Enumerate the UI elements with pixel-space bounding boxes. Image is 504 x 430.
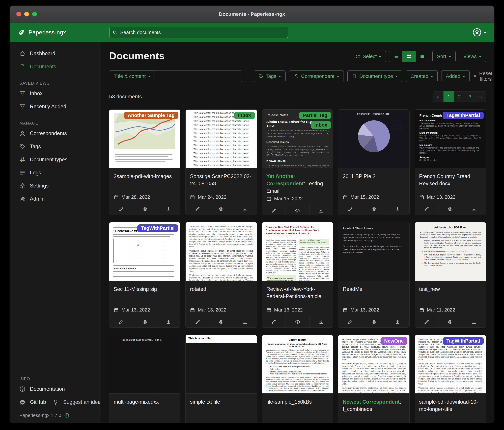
document-thumbnail[interactable]: Patient BP Distribution 2011	[338, 110, 409, 168]
document-card[interactable]: 11. CONTINUING MEDICAL EDUCATIONn/aAttes…	[109, 222, 180, 328]
tag-pill[interactable]: Partial Tag	[299, 112, 331, 119]
document-title[interactable]: sample-pdf-download-10-mb-longer-title	[415, 393, 486, 414]
document-title[interactable]: simple txt file	[186, 393, 257, 407]
view-document-button[interactable]	[362, 316, 386, 327]
document-thumbnail[interactable]: This is a multi page document. Page 1.	[109, 335, 180, 393]
pagination-page-1[interactable]: 1	[443, 91, 454, 102]
document-thumbnail[interactable]: This is a test for the double space char…	[186, 110, 257, 168]
download-document-button[interactable]	[462, 203, 486, 215]
sidebar-item-logs[interactable]: Logs	[10, 166, 100, 179]
edit-document-button[interactable]	[186, 203, 209, 215]
document-correspondent[interactable]: Newest Correspondent	[343, 399, 400, 405]
view-document-button[interactable]	[209, 203, 233, 215]
sort-button[interactable]: Sort	[432, 51, 455, 62]
edit-document-button[interactable]	[338, 316, 362, 327]
view-document-button[interactable]	[209, 316, 233, 327]
sidebar-item-github[interactable]: GitHub	[10, 396, 48, 409]
view-details-button[interactable]	[416, 51, 429, 62]
edit-document-button[interactable]	[262, 316, 286, 327]
document-title[interactable]: Yet Another Correspondent: Testing Email	[262, 168, 333, 196]
document-thumbnail[interactable]: Vestibulum neque massa, scelerisque sit …	[338, 335, 409, 393]
pagination-prev-button[interactable]: «	[433, 91, 444, 102]
download-document-button[interactable]	[309, 205, 333, 215]
document-thumbnail[interactable]: Adobe Acrobat PDF FilesAdobe® Portable D…	[415, 222, 486, 281]
tag-pill[interactable]: NewOne	[381, 337, 407, 345]
sidebar-item-tags[interactable]: Tags	[10, 140, 100, 153]
filter-created-button[interactable]: Created	[406, 71, 438, 82]
edit-document-button[interactable]	[415, 203, 438, 215]
select-button[interactable]: Select	[351, 51, 386, 62]
filter-tags-button[interactable]: Tags	[254, 71, 286, 82]
sidebar-item-inbox[interactable]: Inbox	[10, 87, 100, 100]
document-card[interactable]: This is a multi page document. Page 1.mu…	[109, 335, 180, 423]
edit-document-button[interactable]	[415, 316, 438, 327]
tag-pill[interactable]: Inbox	[311, 121, 331, 129]
document-thumbnail[interactable]: Vestibulum neque massa, scelerisque sit …	[186, 222, 257, 281]
document-card[interactable]: Patient BP Distribution 20112011 BP Pie …	[338, 109, 409, 215]
document-thumbnail[interactable]: French Country BreadFor the Leaven1 heap…	[415, 110, 486, 168]
document-card[interactable]: Vestibulum neque massa, scelerisque sit …	[415, 335, 486, 423]
views-button[interactable]: Views	[459, 51, 486, 62]
title-content-dropdown-button[interactable]: Title & content	[109, 71, 155, 82]
document-thumbnail[interactable]: 11. CONTINUING MEDICAL EDUCATIONn/aAttes…	[109, 222, 180, 281]
document-title[interactable]: Sonstige ScanPC2022 03-24_081058	[186, 168, 257, 189]
document-card[interactable]: Vestibulum neque massa, scelerisque sit …	[185, 222, 257, 328]
download-document-button[interactable]	[157, 316, 180, 327]
view-document-button[interactable]	[286, 205, 309, 215]
sidebar-item-documentation[interactable]: Documentation	[10, 383, 100, 396]
document-thumbnail[interactable]: This is a test file.	[186, 335, 257, 393]
edit-document-button[interactable]	[262, 205, 286, 215]
view-document-button[interactable]	[133, 316, 156, 327]
view-grid-button[interactable]	[402, 51, 416, 62]
edit-document-button[interactable]	[186, 316, 209, 327]
document-title[interactable]: ReadMe	[338, 281, 409, 294]
document-title[interactable]: test_new	[415, 281, 486, 294]
pagination-next-button[interactable]: »	[475, 91, 486, 102]
document-card[interactable]: Release NotesSimba ODBC Driver for SQL S…	[262, 109, 333, 215]
document-title[interactable]: Newest Correspondent: f_combineds	[338, 393, 409, 414]
sidebar-item-documents[interactable]: Documents	[10, 60, 100, 73]
document-thumbnail[interactable]: Lorem ipsumLorem ipsum dolor sit amet, c…	[262, 335, 333, 393]
document-card[interactable]: This is a test file.simple txt file	[185, 335, 257, 423]
filter-added-button[interactable]: Added	[441, 71, 470, 82]
app-brand[interactable]: Paperless-ngx	[18, 28, 66, 36]
document-title[interactable]: Sec 11-Missing sig	[109, 281, 180, 294]
tag-pill[interactable]: TagWithPartial	[443, 337, 484, 345]
document-title[interactable]: 2sample-pdf-with-images	[109, 168, 180, 181]
document-title[interactable]: multi-page-mixedxx	[109, 393, 180, 407]
download-document-button[interactable]	[157, 203, 180, 215]
document-card[interactable]: This is a test for the double space char…	[185, 109, 257, 215]
zoom-window-button[interactable]	[32, 12, 37, 17]
info-circle-icon[interactable]	[64, 413, 69, 418]
download-document-button[interactable]	[386, 203, 409, 215]
filter-correspondent-button[interactable]: Correspondent	[289, 71, 343, 82]
view-document-button[interactable]	[362, 203, 386, 215]
download-document-button[interactable]	[233, 316, 257, 327]
close-window-button[interactable]	[17, 12, 21, 17]
user-menu[interactable]	[472, 28, 486, 37]
title-content-filter-input[interactable]	[155, 71, 242, 82]
document-card[interactable]: Another Sample Tag2sample-pdf-with-image…	[109, 109, 180, 215]
tag-pill[interactable]: TagWithPartial	[443, 112, 484, 119]
sidebar-item-admin[interactable]: Admin	[10, 192, 100, 206]
filter-document-type-button[interactable]: Document type	[347, 71, 402, 82]
document-card[interactable]: Lorem ipsumLorem ipsum dolor sit amet, c…	[262, 335, 333, 423]
tag-pill[interactable]: TagWithPartial	[137, 224, 178, 232]
sidebar-item-settings[interactable]: Settings	[10, 179, 100, 192]
document-thumbnail[interactable]: Release NotesSimba ODBC Driver for SQL S…	[262, 110, 333, 168]
document-title[interactable]: 2011 BP Pie 2	[338, 168, 409, 181]
tag-pill[interactable]: Another Sample Tag	[124, 112, 178, 119]
tag-pill[interactable]: Inbox	[234, 112, 254, 119]
document-card[interactable]: French Country BreadFor the Leaven1 heap…	[415, 109, 486, 215]
minimize-window-button[interactable]	[24, 12, 29, 17]
sidebar-item-suggest-idea[interactable]: Suggest an idea	[48, 396, 104, 409]
reset-filters-button[interactable]: × Reset filters	[473, 71, 492, 82]
document-title[interactable]: rotated	[186, 281, 257, 294]
edit-document-button[interactable]	[109, 316, 133, 327]
view-document-button[interactable]	[438, 316, 462, 327]
document-card[interactable]: Contact Sheet DemoGiven a set of image f…	[338, 222, 409, 328]
document-thumbnail[interactable]: Another Sample Tag	[109, 110, 180, 168]
pagination-page-2[interactable]: 2	[454, 91, 465, 102]
download-document-button[interactable]	[386, 316, 409, 327]
sidebar-item-recently-added[interactable]: Recently Added	[10, 100, 100, 113]
